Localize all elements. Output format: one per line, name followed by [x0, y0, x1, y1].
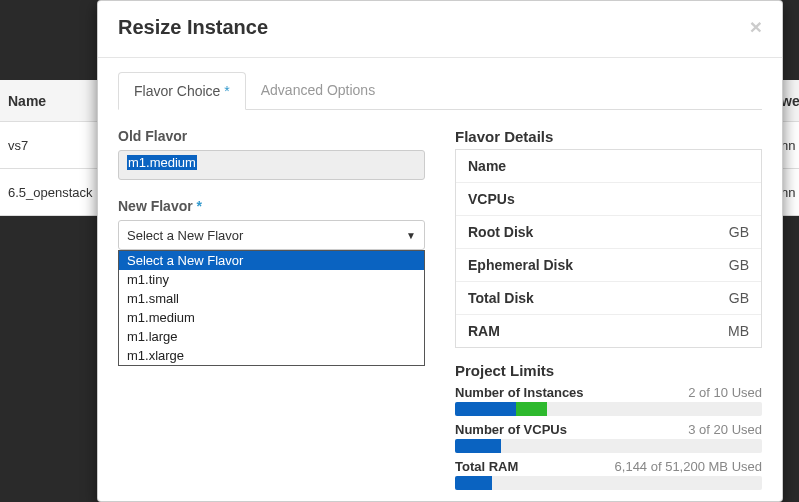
detail-val: GB — [729, 290, 749, 306]
new-flavor-label: New Flavor * — [118, 198, 425, 214]
detail-row: Name — [456, 150, 761, 183]
old-flavor-field: m1.medium — [118, 150, 425, 180]
detail-key: VCPUs — [468, 191, 515, 207]
limit-bar-used — [455, 439, 501, 453]
detail-key: Total Disk — [468, 290, 534, 306]
tab-advanced-options[interactable]: Advanced Options — [246, 72, 390, 109]
limit-used: 2 of 10 Used — [688, 385, 762, 400]
resize-instance-modal: Resize Instance × Flavor Choice * Advanc… — [97, 0, 783, 502]
flavor-option[interactable]: m1.medium — [119, 308, 424, 327]
detail-val: GB — [729, 224, 749, 240]
project-limits: Project Limits Number of Instances 2 of … — [455, 362, 762, 490]
flavor-details-box: Name VCPUs Root DiskGB Ephemeral DiskGB … — [455, 149, 762, 348]
detail-key: Root Disk — [468, 224, 533, 240]
flavor-details-heading: Flavor Details — [455, 128, 762, 145]
detail-row: RAMMB — [456, 315, 761, 347]
limit-vcpus: Number of VCPUs 3 of 20 Used — [455, 422, 762, 453]
modal-header: Resize Instance × — [98, 1, 782, 58]
limit-ram: Total RAM 6,144 of 51,200 MB Used — [455, 459, 762, 490]
limit-instances: Number of Instances 2 of 10 Used — [455, 385, 762, 416]
limit-used: 3 of 20 Used — [688, 422, 762, 437]
tab-flavor-choice[interactable]: Flavor Choice * — [118, 72, 246, 110]
detail-row: Total DiskGB — [456, 282, 761, 315]
flavor-option[interactable]: m1.large — [119, 327, 424, 346]
bg-row-cell: 6.5_openstack — [8, 185, 93, 200]
tab-label: Advanced Options — [261, 82, 375, 98]
detail-key: Name — [468, 158, 506, 174]
old-flavor-label: Old Flavor — [118, 128, 425, 144]
flavor-option[interactable]: m1.small — [119, 289, 424, 308]
limit-used: 6,144 of 51,200 MB Used — [615, 459, 762, 474]
limit-bar — [455, 439, 762, 453]
detail-key: RAM — [468, 323, 500, 339]
detail-val: GB — [729, 257, 749, 273]
limit-label: Number of VCPUs — [455, 422, 567, 437]
flavor-option[interactable]: m1.tiny — [119, 270, 424, 289]
limit-bar-add — [516, 402, 547, 416]
left-column: Old Flavor m1.medium New Flavor * Select… — [118, 128, 425, 490]
flavor-option[interactable]: m1.xlarge — [119, 346, 424, 365]
bg-row-cell: vs7 — [8, 138, 28, 153]
modal-title: Resize Instance — [118, 16, 268, 39]
flavor-option[interactable]: Select a New Flavor — [119, 251, 424, 270]
old-flavor-value: m1.medium — [127, 155, 197, 170]
limit-bar-used — [455, 402, 516, 416]
close-button[interactable]: × — [750, 16, 762, 37]
bg-right-cell: nn — [781, 185, 795, 200]
limit-bar-used — [455, 476, 492, 490]
select-value: Select a New Flavor — [127, 228, 243, 243]
detail-key: Ephemeral Disk — [468, 257, 573, 273]
new-flavor-label-text: New Flavor — [118, 198, 193, 214]
detail-row: VCPUs — [456, 183, 761, 216]
limit-bar — [455, 402, 762, 416]
right-column: Flavor Details Name VCPUs Root DiskGB Ep… — [455, 128, 762, 490]
new-flavor-select[interactable]: Select a New Flavor ▼ — [118, 220, 425, 250]
detail-val: MB — [728, 323, 749, 339]
chevron-down-icon: ▼ — [406, 230, 416, 241]
project-limits-heading: Project Limits — [455, 362, 762, 379]
bg-col-name: Name — [8, 93, 46, 109]
limit-label: Number of Instances — [455, 385, 584, 400]
modal-body: Flavor Choice * Advanced Options Old Fla… — [98, 72, 782, 502]
required-star: * — [197, 198, 202, 214]
tab-label: Flavor Choice — [134, 83, 220, 99]
limit-label: Total RAM — [455, 459, 518, 474]
detail-row: Root DiskGB — [456, 216, 761, 249]
bg-right-cell: nn — [781, 138, 795, 153]
detail-row: Ephemeral DiskGB — [456, 249, 761, 282]
required-star: * — [224, 83, 229, 99]
close-icon: × — [750, 15, 762, 38]
bg-right-h: we — [781, 93, 799, 109]
tabs: Flavor Choice * Advanced Options — [118, 72, 762, 110]
limit-bar — [455, 476, 762, 490]
new-flavor-dropdown: Select a New Flavor m1.tiny m1.small m1.… — [118, 250, 425, 366]
